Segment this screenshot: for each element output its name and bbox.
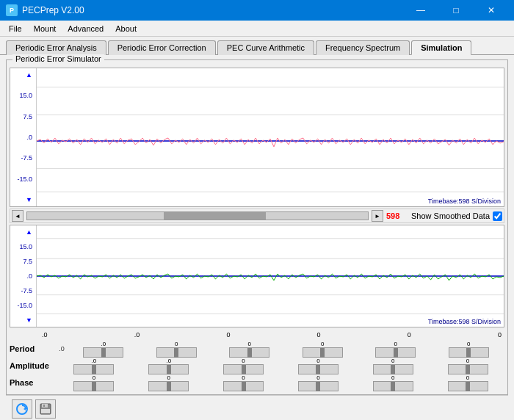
phase-slider-3[interactable]	[223, 381, 264, 391]
period-slider-5[interactable]	[375, 347, 416, 358]
tab-periodic-error-analysis[interactable]: Periodic Error Analysis	[6, 40, 106, 55]
phase-top-val-2: 0	[167, 374, 170, 381]
amp-slider-3[interactable]	[223, 364, 264, 374]
period-slider-6[interactable]	[449, 347, 489, 358]
phase-row: Phase 0 0 0 0	[10, 374, 504, 391]
menu-bar: File Mount Advanced About	[0, 21, 514, 37]
scroll-value: 598	[386, 211, 408, 220]
y-label-n15: -15.0	[17, 175, 35, 183]
lower-chart-svg	[37, 225, 504, 327]
lower-y-label-15: 15.0	[19, 243, 35, 250]
amp-top-val-2: .0	[166, 358, 171, 364]
menu-about[interactable]: About	[109, 21, 142, 37]
phase-top-val-6: 0	[466, 374, 469, 381]
maximize-button[interactable]: □	[439, 0, 473, 21]
amp-slider-5[interactable]	[373, 364, 413, 374]
phase-top-val-3: 0	[242, 374, 245, 381]
y-label-top: ▲	[26, 71, 35, 79]
lower-y-label-0: .0	[26, 272, 35, 280]
lower-chart-y-axis: ▲ 15.0 7.5 .0 -7.5 -15.0 ▼	[10, 225, 37, 327]
phase-slider-5[interactable]	[373, 381, 413, 391]
tab-simulation[interactable]: Simulation	[411, 40, 471, 55]
amp-top-val-1: .0	[92, 358, 97, 364]
y-label-n75: -7.5	[21, 154, 35, 162]
lower-y-label-bot: ▼	[26, 316, 35, 324]
lower-timebase-label: Timebase:598 S/Division	[428, 318, 501, 325]
lower-chart: ▲ 15.0 7.5 .0 -7.5 -15.0 ▼	[10, 225, 504, 327]
phase-slider-1[interactable]	[73, 381, 114, 391]
app-title: PECPrep V2.00	[22, 5, 84, 15]
group-box-title: Periodic Error Simulator	[12, 54, 104, 63]
upper-chart-svg	[37, 68, 504, 206]
x-label-2: .0	[134, 331, 140, 338]
period-top-val-1: .0	[101, 341, 106, 347]
lower-y-label-n15: -15.0	[17, 302, 35, 309]
phase-slider-2[interactable]	[148, 381, 189, 391]
svg-marker-13	[23, 408, 26, 410]
phase-top-val-1: 0	[93, 374, 95, 381]
lower-chart-plot: Timebase:598 S/Division	[37, 225, 504, 327]
scroll-left-arrow[interactable]: ◄	[12, 210, 23, 222]
menu-file[interactable]: File	[3, 21, 28, 37]
amp-slider-4[interactable]	[298, 364, 339, 374]
refresh-button[interactable]	[12, 399, 32, 419]
title-bar: P PECPrep V2.00 — □ ✕	[0, 0, 514, 21]
save-button[interactable]	[35, 399, 56, 419]
y-label-bot: ▼	[26, 196, 35, 203]
amplitude-row: Amplitude .0 .0 0 0	[10, 358, 504, 374]
period-val-1: .0	[57, 345, 66, 352]
amp-top-val-6: 0	[466, 358, 469, 364]
tab-periodic-error-correction[interactable]: Periodic Error Correction	[108, 40, 216, 55]
phase-slider-4[interactable]	[298, 381, 339, 391]
amp-top-val-4: 0	[316, 358, 319, 364]
period-top-val-2: 0	[175, 341, 178, 347]
main-content: Periodic Error Simulator ▲ 15.0 7.5 .0 -…	[0, 55, 514, 419]
smooth-checkbox[interactable]	[493, 211, 502, 221]
period-label: Period	[10, 344, 57, 353]
upper-timebase-label: Timebase:598 S/Division	[428, 198, 501, 205]
scrollbar-row[interactable]: ◄ ► 598 Show Smoothed Data	[10, 209, 504, 223]
scroll-right-arrow[interactable]: ►	[372, 210, 383, 222]
bottom-toolbar	[6, 395, 508, 420]
period-slider-1[interactable]	[83, 347, 123, 358]
amplitude-controls: .0 .0 0 0 0	[57, 358, 504, 374]
scroll-thumb[interactable]	[164, 212, 266, 220]
save-icon	[39, 402, 52, 416]
period-slider-4[interactable]	[303, 347, 343, 358]
tab-pec-curve-arithmetic[interactable]: PEC Curve Arithmetic	[217, 40, 314, 55]
upper-chart-plot: Timebase:598 S/Division	[37, 68, 504, 206]
period-top-val-5: 0	[394, 341, 397, 347]
upper-chart: ▲ 15.0 7.5 .0 -7.5 -15.0 ▼	[10, 68, 504, 207]
tab-frequency-spectrum[interactable]: Frequency Spectrum	[316, 40, 410, 55]
svg-rect-17	[43, 405, 45, 407]
amp-slider-2[interactable]	[148, 364, 189, 374]
lower-y-label-n75: -7.5	[21, 287, 35, 294]
x-label-6: 0	[498, 331, 502, 338]
x-label-3: 0	[226, 331, 230, 338]
amp-slider-6[interactable]	[448, 364, 488, 374]
lower-y-label-top: ▲	[26, 228, 35, 236]
close-button[interactable]: ✕	[474, 0, 508, 21]
refresh-icon	[15, 402, 29, 416]
period-top-val-6: 0	[467, 341, 470, 347]
period-slider-3[interactable]	[229, 347, 269, 358]
phase-label: Phase	[10, 378, 57, 387]
period-slider-2[interactable]	[156, 347, 197, 358]
phase-controls: 0 0 0 0 0	[57, 374, 504, 391]
phase-top-val-5: 0	[391, 374, 394, 381]
menu-mount[interactable]: Mount	[28, 21, 62, 37]
lower-y-label-75: 7.5	[23, 258, 35, 265]
scroll-track[interactable]	[26, 211, 369, 220]
period-top-val-4: 0	[321, 341, 324, 347]
y-label-0: .0	[26, 134, 35, 141]
svg-rect-16	[41, 409, 50, 413]
menu-advanced[interactable]: Advanced	[62, 21, 109, 37]
period-controls: .0 .0 0 0	[57, 341, 504, 358]
phase-top-val-4: 0	[316, 374, 319, 381]
upper-chart-y-axis: ▲ 15.0 7.5 .0 -7.5 -15.0 ▼	[10, 68, 37, 206]
smooth-label: Show Smoothed Data	[411, 211, 490, 220]
phase-slider-6[interactable]	[448, 381, 488, 391]
amp-slider-1[interactable]	[73, 364, 114, 374]
minimize-button[interactable]: —	[404, 0, 438, 21]
smooth-checkbox-row[interactable]: Show Smoothed Data	[411, 211, 502, 221]
